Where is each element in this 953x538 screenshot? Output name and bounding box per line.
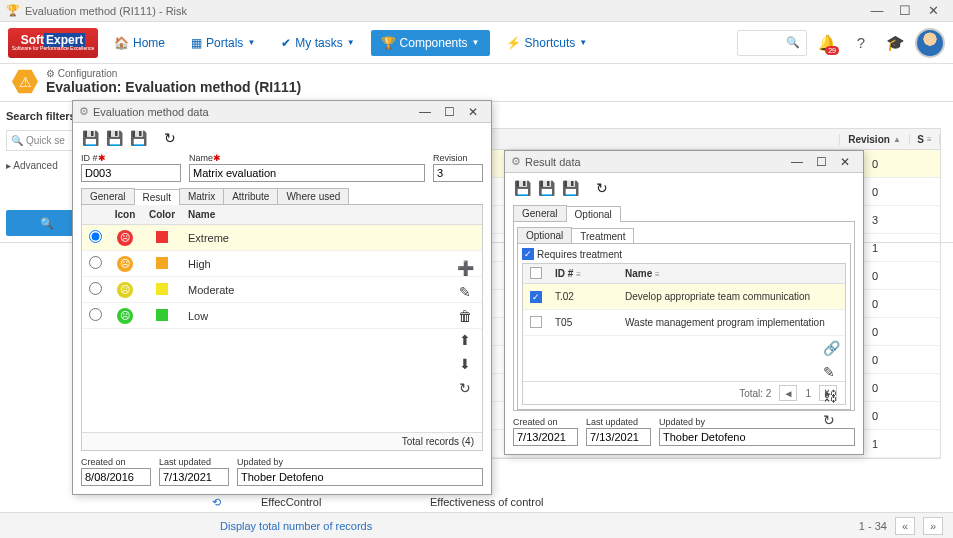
page-prev-button[interactable]: « [895,517,915,535]
refresh-button[interactable]: ↻ [591,177,613,199]
color-swatch [156,257,168,269]
evaluation-method-dialog: ⚙ Evaluation method data — ☐ ✕ 💾 💾 💾 ↻ I… [72,100,492,495]
refresh-button[interactable]: ↻ [159,127,181,149]
row-radio[interactable] [89,230,102,243]
delete-button[interactable]: 🗑 [456,307,474,325]
tab-result[interactable]: Result [134,189,180,205]
brand-logo: SoftExpertSoftware for Performance Excel… [8,28,98,58]
nav-portals[interactable]: ▦Portals▼ [181,30,265,56]
global-search[interactable]: 🔍 [737,30,807,56]
breadcrumb: ⚙ Configuration [46,68,301,79]
requires-treatment-checkbox[interactable]: ✓Requires treatment [522,248,846,260]
revision-input[interactable] [433,164,483,182]
window-close-button[interactable]: ✕ [919,1,947,21]
subtab-optional[interactable]: Optional [517,227,572,243]
move-down-button[interactable]: ⬇ [456,355,474,373]
save-button[interactable]: 💾 [511,177,533,199]
col-color[interactable]: Color [142,209,182,220]
result-data-dialog: ⚙ Result data — ☐ ✕ 💾 💾 💾 ↻ GeneralOptio… [504,150,864,455]
gear-icon: ⚙ [46,68,55,79]
face-icon: ☹ [117,256,133,272]
nav-components[interactable]: 🏆Components▼ [371,30,490,56]
last-updated-value [159,468,229,486]
tab-matrix[interactable]: Matrix [179,188,224,204]
grid-footer: Display total number of records 1 - 34 «… [0,512,953,538]
display-total-link[interactable]: Display total number of records [220,520,372,532]
row-radio[interactable] [89,308,102,321]
refresh-list-button[interactable]: ↻ [456,379,474,397]
row-radio[interactable] [89,256,102,269]
add-button[interactable]: ➕ [456,259,474,277]
created-on-label: Created on [81,457,151,467]
unlink-button[interactable]: ⛓ [823,388,840,404]
gear-icon: ⚙ [79,105,89,118]
gear-icon: ⚙ [511,155,521,168]
result-row[interactable]: ☹Moderate [82,277,482,303]
window-title: Evaluation method (RI111) - Risk [25,5,187,17]
treatment-row[interactable]: T05Waste management program implementati… [523,310,845,336]
page-prev-button[interactable]: ◄ [779,385,797,401]
dialog-maximize-button[interactable]: ☐ [437,105,461,119]
dialog-close-button[interactable]: ✕ [461,105,485,119]
row-radio[interactable] [89,282,102,295]
caret-down-icon: ▼ [247,38,255,47]
page-header: ⚠ ⚙ Configuration Evaluation: Evaluation… [0,64,953,101]
tab-where-used[interactable]: Where used [277,188,349,204]
window-minimize-button[interactable]: — [863,1,891,21]
col-icon[interactable]: Icon [108,209,142,220]
nav-mytasks[interactable]: ✔My tasks▼ [271,30,364,56]
save-close-button[interactable]: 💾 [127,127,149,149]
col-name[interactable]: Name ≡ [619,268,845,279]
treatment-row[interactable]: ✓T.02Develop appropriate team communicat… [523,284,845,310]
save-button[interactable]: 💾 [79,127,101,149]
created-on-value [513,428,578,446]
refresh-list-button[interactable]: ↻ [823,412,840,428]
tab-general[interactable]: General [81,188,135,204]
dialog-minimize-button[interactable]: — [413,105,437,119]
subtab-treatment[interactable]: Treatment [571,228,634,244]
user-avatar[interactable] [915,28,945,58]
help-button[interactable]: ? [847,29,875,57]
col-revision[interactable]: Revision ▲ [840,134,910,145]
updated-by-value [659,428,855,446]
top-nav: SoftExpertSoftware for Performance Excel… [0,22,953,64]
name-label: Name✱ [189,153,425,163]
edit-button[interactable]: ✎ [823,364,840,380]
save-new-button[interactable]: 💾 [103,127,125,149]
save-close-button[interactable]: 💾 [559,177,581,199]
nav-home[interactable]: 🏠Home [104,30,175,56]
caret-down-icon: ▼ [579,38,587,47]
id-input[interactable] [81,164,181,182]
window-maximize-button[interactable]: ☐ [891,1,919,21]
education-button[interactable]: 🎓 [881,29,909,57]
row-checkbox[interactable]: ✓ [530,291,542,303]
link-button[interactable]: 🔗 [823,340,840,356]
result-row[interactable]: ☹High [82,251,482,277]
page-next-button[interactable]: » [923,517,943,535]
col-s[interactable]: S ≡ [910,134,940,145]
tab-general[interactable]: General [513,205,567,221]
dialog-close-button[interactable]: ✕ [833,155,857,169]
col-check[interactable] [523,267,549,281]
caret-down-icon: ▼ [347,38,355,47]
tab-optional[interactable]: Optional [566,206,621,222]
tab-attribute[interactable]: Attribute [223,188,278,204]
row-id: EffecControl [261,496,321,509]
notifications-button[interactable]: 🔔29 [813,29,841,57]
row-name: Moderate [182,284,482,296]
row-checkbox[interactable] [530,316,542,328]
move-up-button[interactable]: ⬆ [456,331,474,349]
page-title: Evaluation: Evaluation method (RI111) [46,79,301,95]
dialog-maximize-button[interactable]: ☐ [809,155,833,169]
edit-button[interactable]: ✎ [456,283,474,301]
result-row[interactable]: ☹Low [82,303,482,329]
result-row[interactable]: ☹Extreme [82,225,482,251]
name-input[interactable] [189,164,425,182]
revision-label: Revision [433,153,483,163]
col-id[interactable]: ID # ≡ [549,268,619,279]
dialog-minimize-button[interactable]: — [785,155,809,169]
col-name[interactable]: Name [182,209,482,220]
nav-shortcuts[interactable]: ⚡Shortcuts▼ [496,30,598,56]
home-icon: 🏠 [114,36,129,50]
save-new-button[interactable]: 💾 [535,177,557,199]
